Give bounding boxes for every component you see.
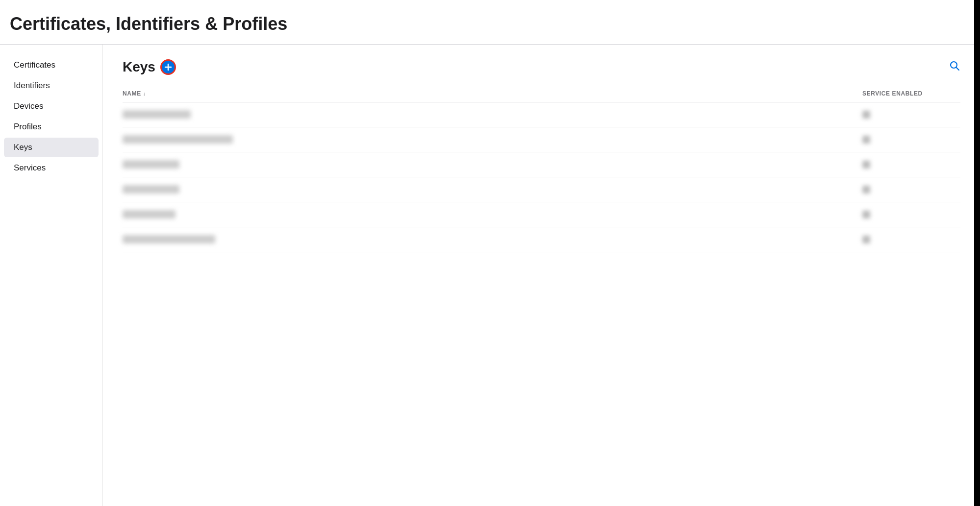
sidebar: CertificatesIdentifiersDevicesProfilesKe…	[0, 45, 103, 506]
sidebar-item-identifiers[interactable]: Identifiers	[4, 76, 99, 96]
col-header-name[interactable]: NAME ↓	[123, 90, 862, 97]
key-service-cell: 1	[862, 160, 960, 169]
key-name-cell: iOS Push App Admin	[123, 110, 862, 119]
key-name-text: iOS Push App Admin	[123, 110, 191, 119]
sidebar-item-keys[interactable]: Keys	[4, 138, 99, 157]
key-service-cell: 1	[862, 210, 960, 219]
key-service-cell: 1	[862, 185, 960, 194]
key-name-cell: Acme FullTest Service Login	[123, 235, 862, 244]
key-service-cell: 1	[862, 110, 960, 119]
sidebar-item-certificates[interactable]: Certificates	[4, 55, 99, 75]
table-header: NAME ↓ SERVICE ENABLED	[123, 85, 960, 102]
key-name-text: Acme Store 001	[123, 210, 176, 218]
table-row[interactable]: FullTest login test1	[123, 177, 960, 202]
sidebar-item-services[interactable]: Services	[4, 158, 99, 178]
key-name-text: Acme FullTest Service Login	[123, 235, 215, 243]
table-row[interactable]: Acme FullTest Service Login1	[123, 227, 960, 252]
service-count: 1	[862, 136, 870, 144]
key-service-cell: 1	[862, 235, 960, 244]
key-name-cell: FullTest login test	[123, 185, 862, 194]
search-icon[interactable]	[949, 60, 960, 74]
add-key-button[interactable]	[160, 59, 176, 75]
scrollbar[interactable]	[974, 0, 980, 506]
main-content: Keys NAME ↓	[103, 45, 980, 506]
table-row[interactable]: Apple Sign Testing for Foundation1	[123, 127, 960, 152]
key-service-cell: 1	[862, 135, 960, 144]
key-name-text: Apple Sign Testing for Foundation	[123, 135, 233, 144]
keys-table: iOS Push App Admin1Apple Sign Testing fo…	[123, 102, 960, 252]
key-name-cell: Apple Sign Testing for Foundation	[123, 135, 862, 144]
table-row[interactable]: MY app test login1	[123, 152, 960, 177]
key-name-cell: MY app test login	[123, 160, 862, 169]
table-row[interactable]: iOS Push App Admin1	[123, 102, 960, 127]
key-name-text: FullTest login test	[123, 185, 179, 193]
service-count: 1	[862, 211, 870, 218]
service-count: 1	[862, 236, 870, 243]
table-row[interactable]: Acme Store 0011	[123, 202, 960, 227]
sort-arrow-icon: ↓	[143, 91, 146, 96]
svg-line-3	[956, 68, 959, 71]
service-count: 1	[862, 186, 870, 193]
key-name-text: MY app test login	[123, 160, 179, 169]
key-name-cell: Acme Store 001	[123, 210, 862, 219]
service-count: 1	[862, 161, 870, 169]
sidebar-item-profiles[interactable]: Profiles	[4, 117, 99, 137]
sidebar-item-devices[interactable]: Devices	[4, 96, 99, 116]
page-title: Certificates, Identifiers & Profiles	[10, 14, 960, 34]
service-count: 1	[862, 111, 870, 119]
col-header-service: SERVICE ENABLED	[862, 90, 960, 97]
section-title: Keys	[123, 59, 155, 75]
